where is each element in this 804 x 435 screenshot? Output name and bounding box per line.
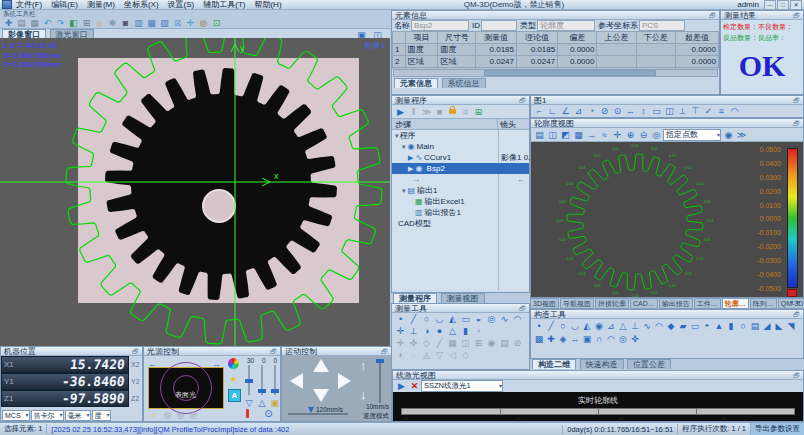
jog-left-button[interactable]: [290, 373, 303, 389]
construct-tool-icon[interactable]: ◎: [617, 333, 629, 344]
brightness-slider[interactable]: [248, 365, 250, 395]
program-tree[interactable]: ▾程序 ▾◉Main ▶∿CCurv1 影像1 0.7 ▶◉ Bsp2 → ← …: [392, 130, 529, 290]
word-export-icon[interactable]: ▨: [158, 17, 171, 28]
id-field[interactable]: [481, 20, 517, 31]
pin-icon[interactable]: 🗗: [132, 348, 139, 355]
pin-icon[interactable]: 🗗: [793, 12, 800, 19]
layout-icon[interactable]: ⊞: [80, 17, 93, 28]
annotation-icon[interactable]: ↔: [624, 106, 637, 117]
profile-tool-icon[interactable]: ≫: [735, 129, 748, 140]
construct-tool-icon[interactable]: ∿: [641, 320, 653, 331]
refcs-field[interactable]: PCS: [639, 20, 685, 31]
pin-icon[interactable]: 🗗: [519, 305, 526, 312]
measure-tool-icon[interactable]: △: [446, 326, 459, 337]
function-tab[interactable]: 导航视图: [560, 298, 594, 309]
construct-tool-icon[interactable]: ▮: [725, 320, 737, 331]
measure-tool-icon[interactable]: ○: [420, 314, 433, 325]
close-view-icon[interactable]: ⊠: [171, 17, 184, 28]
tree-node-insert-arrow[interactable]: → ←: [392, 174, 529, 185]
power-icon[interactable]: ⊙: [262, 408, 275, 419]
jog-down-button[interactable]: [313, 389, 329, 402]
export-params-button[interactable]: 导出参数设置: [750, 423, 804, 435]
camera-icon[interactable]: ◙: [119, 17, 132, 28]
excel-export-icon[interactable]: ▩: [145, 17, 158, 28]
construct-tool-icon[interactable]: ▤: [749, 320, 761, 331]
tab-position-tolerance[interactable]: 位置公差: [627, 359, 671, 369]
pin-icon[interactable]: 🗗: [270, 348, 277, 355]
ring-light-display[interactable]: 表面光: [148, 367, 224, 409]
construct-tool-icon[interactable]: ○: [737, 320, 749, 331]
tab-construct-2d[interactable]: 构造二维: [532, 359, 576, 369]
measure-tool-icon[interactable]: ◠: [511, 314, 524, 325]
flask-icon[interactable]: △: [257, 397, 266, 408]
construct-tool-icon[interactable]: ◡: [569, 320, 581, 331]
laser-device-combo[interactable]: SSZN线激光1: [421, 380, 503, 392]
tab-measure-view[interactable]: 测量视图: [441, 293, 485, 303]
segment-icon[interactable]: ◎: [174, 409, 187, 420]
construct-tool-icon[interactable]: ∩: [593, 333, 605, 344]
lock-icon[interactable]: [449, 109, 456, 114]
measure-tool-icon[interactable]: •: [394, 314, 407, 325]
annotation-icon[interactable]: ◔: [585, 106, 598, 117]
construct-tool-icon[interactable]: ▲: [713, 320, 725, 331]
tab-element-info[interactable]: 元素信息: [394, 78, 438, 88]
settings-icon[interactable]: ✱: [106, 17, 119, 28]
grid-icon[interactable]: ⊞: [472, 106, 485, 117]
construct-tool-icon[interactable]: ╱: [545, 320, 557, 331]
measure-tool-icon[interactable]: ●: [433, 326, 446, 337]
white-light-icon[interactable]: ●: [227, 373, 240, 384]
function-tab[interactable]: 输出报告: [659, 298, 693, 309]
construct-tool-icon[interactable]: ✜: [629, 333, 641, 344]
menu-item[interactable]: 坐标系(X): [124, 0, 159, 10]
menu-item[interactable]: 设置(S): [168, 0, 195, 10]
annotation-icon[interactable]: ∟: [546, 106, 559, 117]
annotation-icon[interactable]: ⊤: [689, 106, 702, 117]
annotation-icon[interactable]: ↕: [637, 106, 650, 117]
profile-tool-icon[interactable]: ◩: [559, 129, 572, 140]
target-icon[interactable]: ◎: [197, 17, 210, 28]
construct-tool-icon[interactable]: ▣: [581, 333, 593, 344]
annotation-icon[interactable]: ≡: [715, 106, 728, 117]
table-hscrollbar[interactable]: [393, 69, 718, 77]
annotation-icon[interactable]: ⊙: [611, 106, 624, 117]
annotation-icon[interactable]: ◠: [728, 106, 741, 117]
type-field[interactable]: 轮廓度: [537, 20, 595, 31]
measure-tool-icon[interactable]: ▮: [459, 326, 472, 337]
save-icon[interactable]: ▦: [28, 17, 41, 28]
unit-combo[interactable]: MCS: [2, 410, 30, 421]
function-tab[interactable]: 工件…: [694, 298, 721, 309]
profile-tool-icon[interactable]: ◫: [546, 129, 559, 140]
tab-system-info[interactable]: 系统信息: [442, 78, 486, 88]
maximize-button[interactable]: □: [777, 0, 789, 10]
jog-right-button[interactable]: [338, 373, 351, 389]
funnel-icon[interactable]: ▽: [245, 397, 254, 408]
construct-tool-icon[interactable]: ⊥: [629, 320, 641, 331]
measure-tool-icon[interactable]: ╱: [407, 314, 420, 325]
construct-tool-icon[interactable]: ◢: [761, 320, 773, 331]
function-tab[interactable]: 阵列…: [750, 298, 777, 309]
table-row[interactable]: 1圆度 圆度0.0185 0.01850.0000 0.0000: [393, 44, 719, 56]
pause-button[interactable]: ‖: [407, 106, 420, 117]
construct-tool-icon[interactable]: ↔: [569, 333, 581, 344]
tree-node-program[interactable]: ▾程序: [392, 130, 529, 141]
speed-slider-thumb[interactable]: [308, 407, 314, 413]
laser-display[interactable]: 实时轮廓线 ⋯ ⋯ ⋯ ⋯: [393, 392, 803, 421]
point-count-combo[interactable]: 指定点数: [663, 129, 721, 141]
tree-node-output-excel[interactable]: ▦输出Excel1: [392, 196, 529, 207]
annotation-icon[interactable]: ▭: [650, 106, 663, 117]
jog-up-button[interactable]: [313, 359, 329, 372]
measure-tool-icon[interactable]: ◒: [472, 314, 485, 325]
close-button[interactable]: ✕: [790, 0, 802, 10]
construct-tool-icon[interactable]: ▰: [677, 320, 689, 331]
segment-all-icon[interactable]: ○: [148, 409, 161, 420]
profile-tool-icon[interactable]: ✛: [611, 129, 624, 140]
construct-tool-icon[interactable]: ◥: [785, 320, 797, 331]
measure-tool-icon[interactable]: ◡: [433, 314, 446, 325]
profile-tool-icon[interactable]: ≈: [598, 129, 611, 140]
profile-tool-icon[interactable]: ⊕: [624, 129, 637, 140]
construct-tool-icon[interactable]: △: [617, 320, 629, 331]
speed-mode-label[interactable]: 速度模式: [363, 412, 389, 421]
undo-icon[interactable]: ↶: [41, 17, 54, 28]
unit-combo[interactable]: 毫米: [65, 410, 91, 421]
pin-icon[interactable]: 🗗: [793, 311, 800, 318]
